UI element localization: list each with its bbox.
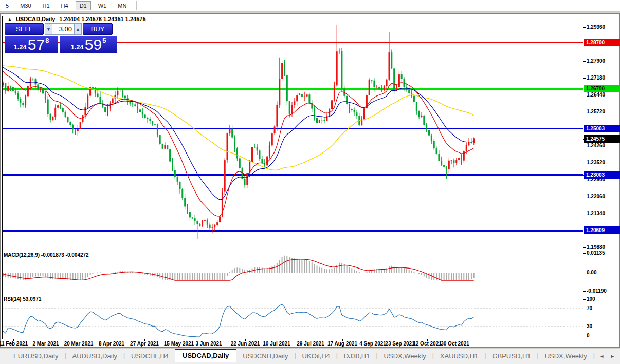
date-tick-label: 30 Oct 2021 <box>441 341 469 347</box>
chart-tab-dj30-6[interactable]: DJ30,H1 <box>338 350 376 362</box>
chart-ohlc-values: 1.24404 1.24578 1.24351 1.24575 <box>59 16 145 22</box>
date-tick-label: 22 Jun 2021 <box>231 341 260 347</box>
date-tick-label: 17 Aug 2021 <box>327 341 357 347</box>
rsi-label: RSI(14) 53.0971 <box>4 296 41 302</box>
volume-decrease-button[interactable]: ▼ <box>45 23 52 35</box>
mt4-app: 5M30H1H4D1W1MN ▲ USDCAD,Daily 1.24404 1.… <box>0 0 620 364</box>
price-tick-label: 1.23520 <box>587 159 605 166</box>
panel-frame <box>1 16 620 339</box>
buy-price-big-digits: 59 <box>85 37 102 52</box>
timeframe-toolbar: 5M30H1H4D1W1MN <box>0 0 620 12</box>
date-tick-label: 23 Sep 2021 <box>385 341 414 347</box>
timeframe-button-5[interactable]: 5 <box>2 1 13 10</box>
price-tick-label: 1.21340 <box>587 210 605 217</box>
price-level-badge: 1.23003 <box>584 171 620 179</box>
price-tick-label: 1.22060 <box>587 193 605 200</box>
chart-tab-audusd-1[interactable]: AUDUSD,Daily <box>66 350 123 362</box>
buy-price-display[interactable]: 1.24 59 5 <box>60 36 117 53</box>
chart-tab-usdcnh-4[interactable]: USDCNH,Daily <box>236 350 294 362</box>
price-level-badge: 1.20609 <box>584 226 620 234</box>
chart-tab-usdcad-3[interactable]: USDCAD,Daily <box>175 349 236 362</box>
date-tick-label: 20 Mar 2021 <box>64 341 94 347</box>
collapse-icon[interactable]: ▲ <box>8 17 12 22</box>
sell-price-prefix: 1.24 <box>14 43 27 51</box>
price-level-badge: 1.26700 <box>584 85 620 92</box>
rsi-tick-label: 70 <box>587 305 592 312</box>
macd-indicator <box>3 256 474 280</box>
sell-price-big-digits: 57 <box>28 37 45 52</box>
date-tick-label: 27 Apr 2021 <box>130 341 159 347</box>
price-tick-label: 1.25720 <box>587 108 605 116</box>
macd-label: MACD(12,26,9) -0.001873 -0.004272 <box>4 252 89 258</box>
chart-tab-gbpusd-9[interactable]: GBPUSD,H1 <box>486 350 537 362</box>
price-level-badge: 1.28700 <box>584 39 620 46</box>
price-tick-label: 1.26440 <box>587 91 605 99</box>
timeframe-button-w1[interactable]: W1 <box>94 1 111 10</box>
tabs-scroll-right-icon[interactable]: ► <box>610 354 615 359</box>
tab-separator: | <box>593 352 595 362</box>
volume-increase-button[interactable]: ▲ <box>74 23 82 35</box>
chart-tab-usdchf-2[interactable]: USDCHF,H4 <box>125 350 175 362</box>
chart-tab-bar: EURUSD,Daily|AUDUSD,Daily|USDCHF,H4USDCA… <box>0 349 620 362</box>
macd-tick-label: -0.01190 <box>587 288 607 295</box>
candlesticks <box>3 25 475 239</box>
chart-title: ▲ USDCAD,Daily 1.24404 1.24578 1.24351 1… <box>8 16 146 22</box>
date-tick-label: 4 Sep 2021 <box>359 341 386 347</box>
macd-tick-label: 0.01135 <box>587 250 605 257</box>
chart-tab-xauusd-8[interactable]: XAUUSD,H1 <box>434 350 484 362</box>
chart-tab-usdx-7[interactable]: USDX,Weekly <box>378 350 432 362</box>
chart-plot-area[interactable] <box>1 14 620 348</box>
price-tick-label: 1.27180 <box>587 74 605 82</box>
price-tick-label: 1.27900 <box>587 58 605 65</box>
sell-price-pipette: 8 <box>45 36 49 44</box>
chart-tab-ukoil-5[interactable]: UKOil,H4 <box>296 350 336 362</box>
rsi-tick-label: 100 <box>587 296 595 303</box>
chart-window: ▲ USDCAD,Daily 1.24404 1.24578 1.24351 1… <box>0 13 620 348</box>
sell-button[interactable]: SELL <box>5 23 44 35</box>
moving-averages <box>3 66 474 216</box>
rsi-indicator <box>2 304 583 337</box>
toolbar-separator <box>136 1 137 10</box>
price-level-badge: 1.25003 <box>584 125 620 132</box>
rsi-tick-label: 30 <box>587 323 592 330</box>
price-level-badge: 1.24575 <box>584 135 620 143</box>
date-tick-label: 12 Oct 2021 <box>413 341 442 347</box>
date-tick-label: 10 Jul 2021 <box>263 341 290 347</box>
timeframe-button-h4[interactable]: H4 <box>57 1 72 10</box>
macd-tick-label: 0.00 <box>587 269 596 276</box>
buy-price-pipette: 5 <box>102 36 106 44</box>
date-tick-label: 15 May 2021 <box>164 341 194 347</box>
timeframe-button-mn[interactable]: MN <box>114 1 131 10</box>
timeframe-button-m30[interactable]: M30 <box>16 1 35 10</box>
price-tick-label: 1.24260 <box>587 142 605 149</box>
volume-input[interactable] <box>52 23 74 35</box>
date-tick-label: 8 Apr 2021 <box>99 341 124 347</box>
chart-tab-eurusd-0[interactable]: EURUSD,Daily <box>7 350 64 362</box>
horizontal-level-lines <box>2 43 583 231</box>
rsi-tick-label: 0 <box>587 332 590 339</box>
buy-button[interactable]: BUY <box>83 23 113 35</box>
chart-tab-usdx-10[interactable]: USDX,Weekly <box>539 350 593 362</box>
buy-price-prefix: 1.24 <box>71 43 84 51</box>
price-tick-label: 1.29360 <box>587 24 605 31</box>
sell-price-display[interactable]: 1.24 57 8 <box>5 36 58 53</box>
chart-symbol-label: USDCAD,Daily <box>16 16 55 22</box>
date-tick-label: 11 Feb 2021 <box>0 341 28 347</box>
date-tick-label: 3 Jun 2021 <box>195 341 222 347</box>
date-tick-label: 2 Mar 2021 <box>32 341 59 347</box>
one-click-trading-panel: SELL ▼ ▲ BUY 1.24 57 8 1.24 59 5 <box>5 23 117 53</box>
date-tick-label: 29 Jul 2021 <box>297 341 324 347</box>
tabs-scroll-left-icon[interactable]: ◄ <box>599 354 604 359</box>
timeframe-button-h1[interactable]: H1 <box>39 1 54 10</box>
timeframe-button-d1[interactable]: D1 <box>76 1 91 10</box>
